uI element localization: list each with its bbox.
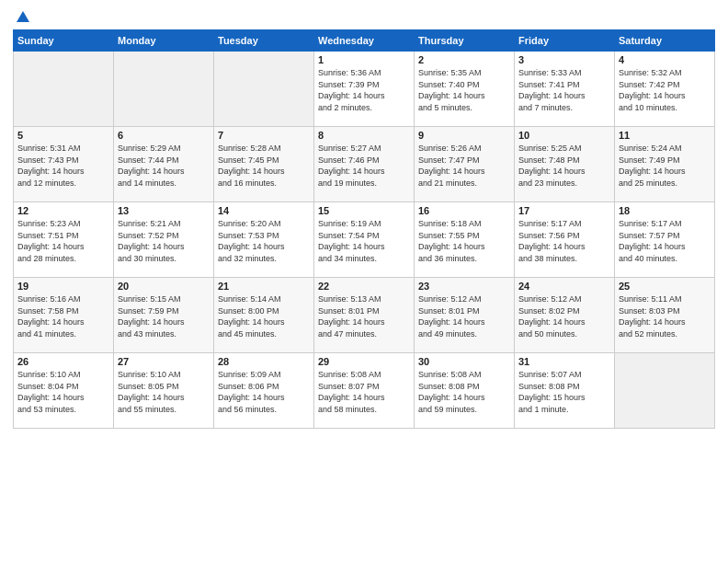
day-info: Sunrise: 5:15 AM Sunset: 7:59 PM Dayligh… — [118, 293, 210, 339]
day-info: Sunrise: 5:08 AM Sunset: 8:08 PM Dayligh… — [418, 369, 510, 415]
calendar-table: SundayMondayTuesdayWednesdayThursdayFrid… — [13, 29, 715, 429]
calendar-cell: 8Sunrise: 5:27 AM Sunset: 7:46 PM Daylig… — [314, 127, 415, 202]
svg-marker-0 — [17, 11, 29, 22]
calendar-cell — [14, 52, 114, 127]
calendar-cell: 16Sunrise: 5:18 AM Sunset: 7:55 PM Dayli… — [415, 202, 515, 278]
day-info: Sunrise: 5:23 AM Sunset: 7:51 PM Dayligh… — [17, 218, 109, 264]
day-number: 13 — [118, 205, 210, 216]
day-number: 28 — [218, 356, 310, 367]
day-info: Sunrise: 5:33 AM Sunset: 7:41 PM Dayligh… — [518, 67, 610, 113]
day-info: Sunrise: 5:14 AM Sunset: 8:00 PM Dayligh… — [218, 293, 310, 339]
day-number: 18 — [619, 205, 711, 216]
day-info: Sunrise: 5:29 AM Sunset: 7:44 PM Dayligh… — [118, 143, 210, 189]
calendar-cell: 13Sunrise: 5:21 AM Sunset: 7:52 PM Dayli… — [114, 202, 214, 278]
day-number: 12 — [17, 205, 109, 216]
day-number: 25 — [619, 281, 711, 292]
day-number: 2 — [418, 54, 510, 65]
header — [13, 9, 715, 26]
calendar-cell: 29Sunrise: 5:08 AM Sunset: 8:07 PM Dayli… — [314, 353, 415, 429]
calendar-cell: 19Sunrise: 5:16 AM Sunset: 7:58 PM Dayli… — [14, 278, 114, 353]
day-info: Sunrise: 5:32 AM Sunset: 7:42 PM Dayligh… — [619, 67, 711, 113]
day-number: 8 — [318, 130, 410, 141]
day-number: 31 — [518, 356, 610, 367]
page: SundayMondayTuesdayWednesdayThursdayFrid… — [0, 0, 728, 563]
day-info: Sunrise: 5:25 AM Sunset: 7:48 PM Dayligh… — [518, 143, 610, 189]
calendar-cell: 17Sunrise: 5:17 AM Sunset: 7:56 PM Dayli… — [515, 202, 615, 278]
calendar-cell: 2Sunrise: 5:35 AM Sunset: 7:40 PM Daylig… — [415, 52, 515, 127]
weekday-header-wednesday: Wednesday — [314, 30, 415, 52]
calendar-cell: 4Sunrise: 5:32 AM Sunset: 7:42 PM Daylig… — [615, 52, 715, 127]
weekday-header-tuesday: Tuesday — [214, 30, 314, 52]
calendar-cell: 10Sunrise: 5:25 AM Sunset: 7:48 PM Dayli… — [515, 127, 615, 202]
calendar-cell: 11Sunrise: 5:24 AM Sunset: 7:49 PM Dayli… — [615, 127, 715, 202]
day-info: Sunrise: 5:17 AM Sunset: 7:56 PM Dayligh… — [518, 218, 610, 264]
calendar-cell: 1Sunrise: 5:36 AM Sunset: 7:39 PM Daylig… — [314, 52, 415, 127]
day-info: Sunrise: 5:07 AM Sunset: 8:08 PM Dayligh… — [518, 369, 610, 415]
day-info: Sunrise: 5:28 AM Sunset: 7:45 PM Dayligh… — [218, 143, 310, 189]
day-info: Sunrise: 5:16 AM Sunset: 7:58 PM Dayligh… — [17, 293, 109, 339]
day-number: 9 — [418, 130, 510, 141]
day-number: 17 — [518, 205, 610, 216]
calendar-cell: 22Sunrise: 5:13 AM Sunset: 8:01 PM Dayli… — [314, 278, 415, 353]
day-info: Sunrise: 5:19 AM Sunset: 7:54 PM Dayligh… — [318, 218, 410, 264]
calendar-cell: 9Sunrise: 5:26 AM Sunset: 7:47 PM Daylig… — [415, 127, 515, 202]
calendar-week-row: 19Sunrise: 5:16 AM Sunset: 7:58 PM Dayli… — [14, 278, 715, 353]
calendar-cell: 28Sunrise: 5:09 AM Sunset: 8:06 PM Dayli… — [214, 353, 314, 429]
calendar-cell: 21Sunrise: 5:14 AM Sunset: 8:00 PM Dayli… — [214, 278, 314, 353]
day-info: Sunrise: 5:31 AM Sunset: 7:43 PM Dayligh… — [17, 143, 109, 189]
day-info: Sunrise: 5:12 AM Sunset: 8:02 PM Dayligh… — [518, 293, 610, 339]
day-info: Sunrise: 5:10 AM Sunset: 8:05 PM Dayligh… — [118, 369, 210, 415]
day-info: Sunrise: 5:36 AM Sunset: 7:39 PM Dayligh… — [318, 67, 410, 113]
calendar-week-row: 5Sunrise: 5:31 AM Sunset: 7:43 PM Daylig… — [14, 127, 715, 202]
calendar-cell: 7Sunrise: 5:28 AM Sunset: 7:45 PM Daylig… — [214, 127, 314, 202]
day-number: 11 — [619, 130, 711, 141]
day-number: 20 — [118, 281, 210, 292]
day-number: 29 — [318, 356, 410, 367]
weekday-header-sunday: Sunday — [14, 30, 114, 52]
day-number: 10 — [518, 130, 610, 141]
calendar-cell: 20Sunrise: 5:15 AM Sunset: 7:59 PM Dayli… — [114, 278, 214, 353]
weekday-header-saturday: Saturday — [615, 30, 715, 52]
day-info: Sunrise: 5:10 AM Sunset: 8:04 PM Dayligh… — [17, 369, 109, 415]
calendar-cell: 15Sunrise: 5:19 AM Sunset: 7:54 PM Dayli… — [314, 202, 415, 278]
logo — [13, 9, 31, 26]
day-number: 16 — [418, 205, 510, 216]
calendar-cell: 27Sunrise: 5:10 AM Sunset: 8:05 PM Dayli… — [114, 353, 214, 429]
calendar-cell: 25Sunrise: 5:11 AM Sunset: 8:03 PM Dayli… — [615, 278, 715, 353]
weekday-header-monday: Monday — [114, 30, 214, 52]
day-info: Sunrise: 5:26 AM Sunset: 7:47 PM Dayligh… — [418, 143, 510, 189]
day-info: Sunrise: 5:13 AM Sunset: 8:01 PM Dayligh… — [318, 293, 410, 339]
day-number: 15 — [318, 205, 410, 216]
day-number: 3 — [518, 54, 610, 65]
day-number: 19 — [17, 281, 109, 292]
calendar-cell: 6Sunrise: 5:29 AM Sunset: 7:44 PM Daylig… — [114, 127, 214, 202]
day-number: 26 — [17, 356, 109, 367]
day-info: Sunrise: 5:21 AM Sunset: 7:52 PM Dayligh… — [118, 218, 210, 264]
calendar-cell: 18Sunrise: 5:17 AM Sunset: 7:57 PM Dayli… — [615, 202, 715, 278]
calendar-cell: 14Sunrise: 5:20 AM Sunset: 7:53 PM Dayli… — [214, 202, 314, 278]
calendar-cell: 5Sunrise: 5:31 AM Sunset: 7:43 PM Daylig… — [14, 127, 114, 202]
day-number: 7 — [218, 130, 310, 141]
calendar-cell: 26Sunrise: 5:10 AM Sunset: 8:04 PM Dayli… — [14, 353, 114, 429]
day-number: 27 — [118, 356, 210, 367]
day-number: 4 — [619, 54, 711, 65]
calendar-week-row: 26Sunrise: 5:10 AM Sunset: 8:04 PM Dayli… — [14, 353, 715, 429]
day-info: Sunrise: 5:09 AM Sunset: 8:06 PM Dayligh… — [218, 369, 310, 415]
day-info: Sunrise: 5:18 AM Sunset: 7:55 PM Dayligh… — [418, 218, 510, 264]
day-number: 5 — [17, 130, 109, 141]
day-number: 21 — [218, 281, 310, 292]
day-info: Sunrise: 5:35 AM Sunset: 7:40 PM Dayligh… — [418, 67, 510, 113]
calendar-cell: 23Sunrise: 5:12 AM Sunset: 8:01 PM Dayli… — [415, 278, 515, 353]
calendar-cell — [114, 52, 214, 127]
logo-icon — [15, 9, 31, 26]
day-number: 6 — [118, 130, 210, 141]
day-info: Sunrise: 5:17 AM Sunset: 7:57 PM Dayligh… — [619, 218, 711, 264]
calendar-cell — [214, 52, 314, 127]
day-number: 14 — [218, 205, 310, 216]
weekday-header-row: SundayMondayTuesdayWednesdayThursdayFrid… — [14, 30, 715, 52]
day-number: 30 — [418, 356, 510, 367]
calendar-week-row: 1Sunrise: 5:36 AM Sunset: 7:39 PM Daylig… — [14, 52, 715, 127]
day-info: Sunrise: 5:11 AM Sunset: 8:03 PM Dayligh… — [619, 293, 711, 339]
weekday-header-thursday: Thursday — [415, 30, 515, 52]
calendar-cell: 24Sunrise: 5:12 AM Sunset: 8:02 PM Dayli… — [515, 278, 615, 353]
